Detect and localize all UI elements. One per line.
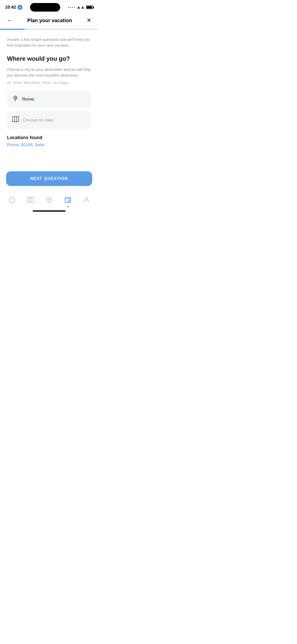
- section-title: Where would you go?: [7, 55, 91, 62]
- profile-icon: [83, 196, 90, 205]
- status-left: 10:42 ►: [5, 5, 22, 10]
- svg-point-1: [15, 97, 16, 99]
- main-content: Answer a few simple questions and we'll …: [0, 30, 98, 154]
- plan-icon: [64, 196, 71, 205]
- wifi-icon: ‪▲▲: [77, 5, 85, 10]
- svg-point-7: [11, 199, 12, 200]
- city-input[interactable]: Rome: [22, 97, 86, 102]
- examples-text: es. Rome, Barcelona, Paris, Las Vegas...: [7, 81, 91, 85]
- nav-item-map[interactable]: [25, 195, 36, 206]
- signal-icon: [68, 7, 75, 8]
- location-result[interactable]: Roma, 00184, Italia: [7, 142, 44, 147]
- active-indicator-dot: [67, 206, 69, 207]
- back-button[interactable]: ←: [6, 16, 14, 25]
- city-input-field[interactable]: Rome: [7, 91, 91, 108]
- page: 10:42 ► ‪▲▲ ← Plan your vacation ✕ Answe…: [0, 0, 98, 215]
- next-button-container: NEXT QUESTION: [0, 171, 98, 191]
- nav-item-plan[interactable]: [62, 195, 73, 206]
- compass-icon: [8, 196, 15, 205]
- battery-icon: [86, 6, 93, 9]
- dynamic-island: [30, 3, 60, 12]
- nav-item-explore[interactable]: [6, 195, 17, 206]
- pin-icon: [12, 95, 19, 103]
- status-right: ‪▲▲: [68, 5, 93, 10]
- map-option-label: Choose on map: [23, 118, 53, 123]
- next-question-button[interactable]: NEXT QUESTION: [6, 171, 92, 186]
- svg-point-0: [14, 96, 17, 100]
- location-status-icon: ►: [17, 5, 22, 10]
- page-title: Plan your vacation: [14, 18, 86, 23]
- nav-item-add[interactable]: [44, 195, 55, 206]
- header: ← Plan your vacation ✕: [0, 14, 98, 29]
- map-nav-icon: [27, 196, 34, 205]
- choose-on-map-button[interactable]: Choose on map: [7, 111, 91, 129]
- svg-marker-8: [27, 197, 34, 203]
- map-icon: [12, 116, 19, 124]
- battery-fill: [87, 6, 92, 8]
- add-location-icon: [46, 196, 53, 205]
- nav-item-profile[interactable]: [81, 195, 92, 206]
- home-bar: [33, 210, 65, 212]
- status-bar: 10:42 ► ‪▲▲: [0, 0, 98, 14]
- status-time: 10:42: [5, 5, 16, 10]
- intro-text: Answer a few simple questions and we'll …: [7, 37, 91, 48]
- home-indicator: [0, 208, 98, 215]
- locations-found-title: Locations found: [7, 135, 91, 140]
- close-button[interactable]: ✕: [86, 16, 92, 25]
- svg-marker-3: [13, 116, 19, 122]
- bottom-nav: [0, 191, 98, 208]
- spacer: [0, 154, 98, 171]
- locations-found-section: Locations found Roma, 00184, Italia: [7, 135, 91, 147]
- section-description: Choose a city as your destination and we…: [7, 67, 91, 78]
